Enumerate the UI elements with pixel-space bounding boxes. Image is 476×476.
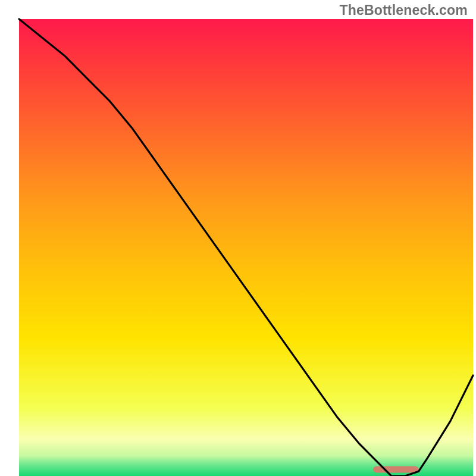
bottleneck-chart bbox=[0, 0, 476, 476]
chart-stage: TheBottleneck.com bbox=[0, 0, 476, 476]
gradient-background bbox=[19, 19, 473, 476]
optimal-range-marker bbox=[373, 466, 418, 472]
watermark-text: TheBottleneck.com bbox=[339, 2, 468, 18]
